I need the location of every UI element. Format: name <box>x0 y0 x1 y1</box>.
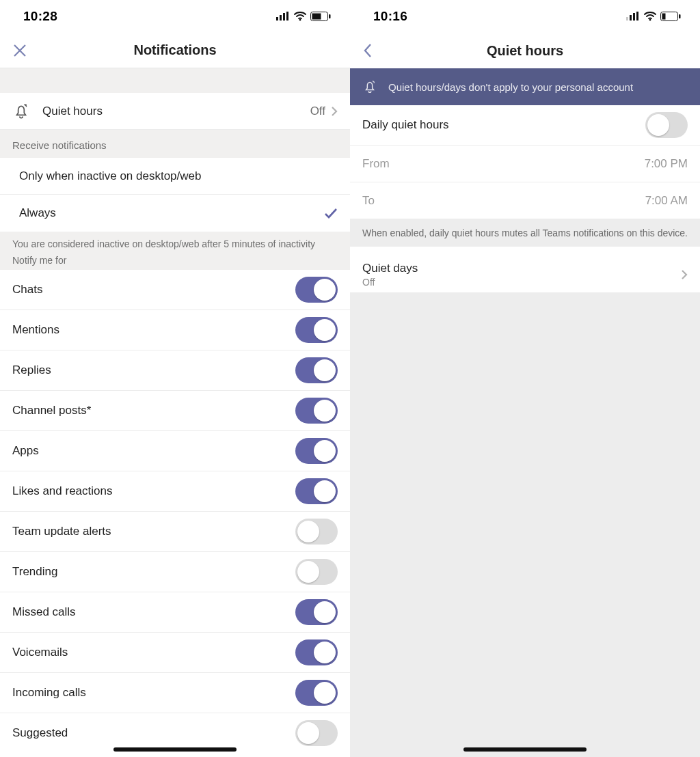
svg-rect-7 <box>329 14 331 18</box>
notify-toggle-row: Replies <box>0 350 350 391</box>
notify-toggle-label: Chats <box>12 283 42 297</box>
svg-rect-0 <box>276 17 278 20</box>
notify-toggle-row: Incoming calls <box>0 673 350 713</box>
notify-toggle-list: ChatsMentionsRepliesChannel posts*AppsLi… <box>0 270 350 753</box>
notify-toggle-row: Channel posts* <box>0 391 350 431</box>
banner-text: Quiet hours/days don't apply to your per… <box>388 81 633 93</box>
battery-icon <box>310 12 331 21</box>
quiet-days-row[interactable]: Quiet days Off <box>350 256 700 293</box>
notify-toggle-row: Likes and reactions <box>0 471 350 512</box>
notify-toggle[interactable] <box>295 559 338 585</box>
svg-point-13 <box>649 19 651 21</box>
notify-toggle-label: Voicemails <box>12 646 68 659</box>
chevron-right-icon <box>681 269 688 280</box>
svg-rect-15 <box>662 14 666 20</box>
svg-rect-2 <box>283 13 285 20</box>
home-indicator[interactable] <box>463 747 587 752</box>
quiet-days-label: Quiet days <box>362 262 418 275</box>
page-title: Quiet hours <box>487 43 563 59</box>
navbar-notifications: Notifications <box>0 33 350 68</box>
daily-quiet-hours-toggle[interactable] <box>645 112 688 138</box>
empty-area <box>350 293 700 757</box>
back-button[interactable] <box>362 42 373 59</box>
notify-toggle[interactable] <box>295 357 338 383</box>
receive-options: Only when inactive on desktop/webAlways <box>0 158 350 232</box>
notify-toggle[interactable] <box>295 398 338 424</box>
notify-toggle-row: Voicemails <box>0 633 350 673</box>
quiet-days-value: Off <box>362 277 418 288</box>
notify-toggle-row: Trending <box>0 552 350 592</box>
to-row[interactable]: To 7:00 AM <box>350 182 700 219</box>
svg-rect-16 <box>679 14 681 18</box>
svg-rect-6 <box>312 14 321 20</box>
notify-toggle[interactable] <box>295 639 338 665</box>
status-icons <box>276 12 331 21</box>
svg-rect-9 <box>626 17 628 20</box>
notify-toggle[interactable] <box>295 599 338 625</box>
from-label: From <box>362 157 390 171</box>
page-title: Notifications <box>133 42 216 58</box>
notify-toggle[interactable] <box>295 519 338 545</box>
notify-header: Notify me for <box>0 253 350 270</box>
notify-toggle[interactable] <box>295 680 338 706</box>
battery-icon <box>660 12 681 21</box>
from-row[interactable]: From 7:00 PM <box>350 146 700 182</box>
notify-toggle[interactable] <box>295 438 338 464</box>
svg-rect-10 <box>630 15 632 20</box>
chevron-right-icon <box>331 106 338 117</box>
svg-rect-3 <box>286 12 288 20</box>
chevron-left-icon <box>362 42 373 59</box>
status-time: 10:16 <box>373 9 407 24</box>
notify-toggle-label: Apps <box>12 444 39 458</box>
cellular-icon <box>276 12 290 21</box>
quiet-hours-row[interactable]: z Quiet hours Off <box>0 93 350 130</box>
home-indicator[interactable] <box>113 747 237 752</box>
checkmark-icon <box>324 208 338 219</box>
notify-toggle-label: Replies <box>12 363 51 377</box>
svg-rect-11 <box>633 13 635 20</box>
notify-toggle-row: Apps <box>0 431 350 471</box>
svg-text:z: z <box>25 102 27 107</box>
notify-toggle-row: Mentions <box>0 310 350 350</box>
notify-toggle-label: Mentions <box>12 323 59 337</box>
svg-rect-12 <box>636 12 638 20</box>
notify-toggle-label: Likes and reactions <box>12 484 112 498</box>
notify-toggle[interactable] <box>295 317 338 343</box>
notify-toggle[interactable] <box>295 478 338 504</box>
quiet-hours-icon: z <box>12 102 30 120</box>
navbar-quiet-hours: Quiet hours <box>350 33 700 68</box>
quiet-hours-label: Quiet hours <box>42 105 103 118</box>
notify-toggle-label: Channel posts* <box>12 404 91 417</box>
receive-option[interactable]: Always <box>0 195 350 232</box>
notify-toggle-label: Suggested <box>12 726 68 740</box>
inactive-note: You are considered inactive on desktop/w… <box>0 232 350 253</box>
to-value: 7:00 AM <box>645 194 688 208</box>
phone-notifications: 10:28 Notifications z Quiet hours Off Re… <box>0 0 350 757</box>
notify-toggle-label: Incoming calls <box>12 686 86 700</box>
notify-toggle-label: Team update alerts <box>12 525 111 538</box>
quiet-hours-value: Off <box>310 105 325 118</box>
wifi-icon <box>644 12 656 21</box>
to-label: To <box>362 194 375 208</box>
notify-toggle-label: Trending <box>12 565 57 579</box>
daily-quiet-hours-label: Daily quiet hours <box>362 118 449 132</box>
close-button[interactable] <box>12 43 27 58</box>
quiet-hours-icon <box>362 79 377 94</box>
receive-option-label: Always <box>19 206 56 220</box>
section-spacer <box>0 68 350 93</box>
close-icon <box>12 43 27 58</box>
receive-option-label: Only when inactive on desktop/web <box>19 169 202 183</box>
status-bar: 10:28 <box>0 0 350 33</box>
notify-toggle[interactable] <box>295 720 338 746</box>
notify-toggle-row: Chats <box>0 270 350 310</box>
svg-point-4 <box>299 19 301 21</box>
status-icons <box>626 12 681 21</box>
personal-account-banner: Quiet hours/days don't apply to your per… <box>350 68 700 105</box>
notify-toggle-row: Missed calls <box>0 592 350 633</box>
receive-option[interactable]: Only when inactive on desktop/web <box>0 158 350 195</box>
daily-helper: When enabled, daily quiet hours mutes al… <box>350 219 700 247</box>
notify-toggle[interactable] <box>295 277 338 303</box>
from-value: 7:00 PM <box>645 157 688 171</box>
status-bar: 10:16 <box>350 0 700 33</box>
daily-quiet-hours-row: Daily quiet hours <box>350 105 700 146</box>
